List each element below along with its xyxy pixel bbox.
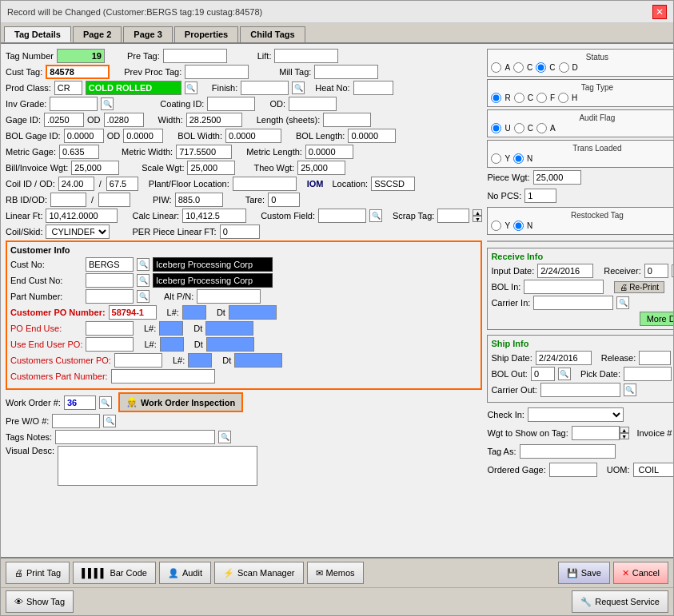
- prod-class-input[interactable]: [54, 81, 82, 95]
- tab-page3[interactable]: Page 3: [123, 26, 172, 42]
- bol-width-input[interactable]: [225, 129, 281, 143]
- carrier-in-search[interactable]: 🔍: [616, 296, 629, 309]
- lift-input[interactable]: [274, 49, 338, 63]
- po-lh-input[interactable]: [182, 305, 206, 320]
- receiver-search[interactable]: 🔍: [672, 264, 673, 277]
- tab-page2[interactable]: Page 2: [73, 26, 122, 42]
- od-input[interactable]: [289, 97, 337, 111]
- restocked-radio-y[interactable]: [491, 221, 501, 231]
- custom-field-input[interactable]: [318, 209, 366, 223]
- coil-id-input[interactable]: [58, 177, 94, 191]
- barcode-button[interactable]: ▌▌▌▌ Bar Code: [73, 562, 156, 584]
- gage-id-input[interactable]: [44, 113, 84, 127]
- trans-radio-y[interactable]: [491, 153, 501, 164]
- tab-child-tags[interactable]: Child Tags: [240, 26, 305, 42]
- status-radio-a[interactable]: [491, 62, 501, 73]
- mill-tag-input[interactable]: [314, 65, 378, 79]
- end-cust-input[interactable]: [86, 273, 134, 288]
- bol-length-input[interactable]: [348, 129, 396, 143]
- more-details-button[interactable]: More Details: [640, 312, 673, 326]
- cust-name-input[interactable]: [153, 257, 273, 272]
- metric-gage-input[interactable]: [59, 145, 99, 159]
- tag-type-radio-h[interactable]: [558, 93, 568, 103]
- pick-date-input[interactable]: [624, 367, 672, 381]
- input-date-input[interactable]: [537, 264, 593, 278]
- rb-od-input[interactable]: [98, 193, 130, 207]
- inv-grade-search[interactable]: 🔍: [101, 97, 114, 110]
- cust-no-search[interactable]: 🔍: [137, 258, 150, 271]
- use-end-dt-input[interactable]: [206, 337, 254, 352]
- customers-part-input[interactable]: [111, 369, 215, 384]
- part-number-input[interactable]: [86, 289, 134, 304]
- wgt-up[interactable]: ▲: [620, 427, 629, 433]
- wgt-show-spinner[interactable]: ▲ ▼: [620, 427, 629, 439]
- tab-properties[interactable]: Properties: [174, 26, 238, 42]
- cust-po-dt-input[interactable]: [234, 353, 282, 368]
- piw-input[interactable]: [175, 193, 223, 207]
- tags-notes-search[interactable]: 🔍: [218, 431, 231, 443]
- cust-no-input[interactable]: [86, 257, 134, 272]
- reprint-button[interactable]: 🖨 Re-Print: [614, 281, 664, 293]
- audit-radio-c[interactable]: [514, 123, 524, 133]
- custom-field-search[interactable]: 🔍: [369, 209, 382, 222]
- trans-radio-n[interactable]: [513, 153, 524, 164]
- bol-gage-input[interactable]: [64, 129, 104, 143]
- use-end-lh-input[interactable]: [160, 337, 184, 352]
- tag-number-input[interactable]: [57, 49, 105, 63]
- work-order-search[interactable]: 🔍: [99, 396, 112, 409]
- ordered-gage-input[interactable]: [549, 463, 597, 477]
- finish-search[interactable]: 🔍: [292, 81, 305, 94]
- save-button[interactable]: 💾 Save: [558, 562, 610, 584]
- part-number-search[interactable]: 🔍: [137, 290, 150, 303]
- po-end-lh-input[interactable]: [159, 321, 183, 336]
- heat-no-input[interactable]: [353, 81, 393, 95]
- status-radio-c2[interactable]: [536, 62, 546, 73]
- po-dt-input[interactable]: [229, 305, 277, 320]
- bol-gage-od-input[interactable]: [123, 129, 163, 143]
- visual-desc-textarea[interactable]: [58, 446, 257, 486]
- plant-floor-input[interactable]: [233, 177, 297, 191]
- check-in-select[interactable]: [528, 407, 624, 422]
- bol-out-search[interactable]: 🔍: [558, 368, 571, 380]
- release-input[interactable]: [639, 351, 671, 365]
- memos-button[interactable]: ✉ Memos: [307, 562, 364, 584]
- prod-class-search[interactable]: 🔍: [185, 81, 197, 94]
- spinner-down[interactable]: ▼: [473, 216, 482, 222]
- status-radio-d[interactable]: [559, 62, 569, 73]
- per-piece-input[interactable]: [220, 225, 260, 239]
- receiver-input[interactable]: [644, 264, 668, 278]
- restocked-radio-n[interactable]: [513, 221, 524, 231]
- tag-type-radio-c[interactable]: [514, 93, 524, 103]
- request-service-button[interactable]: 🔧 Request Service: [572, 590, 668, 613]
- cust-tag-input[interactable]: [46, 65, 110, 79]
- show-tag-button[interactable]: 👁 Show Tag: [6, 590, 74, 613]
- scan-manager-button[interactable]: ⚡ Scan Manager: [214, 562, 304, 584]
- coil-od-input[interactable]: [106, 177, 138, 191]
- metric-length-input[interactable]: [305, 145, 353, 159]
- tab-tag-details[interactable]: Tag Details: [4, 26, 71, 42]
- length-sheets-input[interactable]: [323, 113, 371, 127]
- customer-po-input[interactable]: [109, 305, 157, 320]
- work-order-inspection-btn[interactable]: 👷 Work Order Inspection: [118, 392, 243, 412]
- tag-type-radio-r[interactable]: [491, 93, 501, 103]
- end-cust-name-input[interactable]: [153, 273, 273, 288]
- tag-as-input[interactable]: [520, 444, 616, 459]
- scrap-tag-spinner[interactable]: ▲ ▼: [473, 209, 482, 222]
- close-button[interactable]: ✕: [652, 5, 667, 19]
- po-end-use-input[interactable]: [86, 321, 134, 336]
- carrier-out-search[interactable]: 🔍: [624, 384, 636, 396]
- bol-in-input[interactable]: [524, 280, 604, 294]
- audit-button[interactable]: 👤 Audit: [159, 562, 211, 584]
- coil-skid-select[interactable]: CYLINDER COIL SKID: [46, 225, 110, 239]
- pre-tag-input[interactable]: [163, 49, 227, 63]
- coating-id-input[interactable]: [207, 97, 255, 111]
- customers-po-input[interactable]: [114, 353, 162, 368]
- inv-grade-input[interactable]: [50, 97, 98, 111]
- cust-po-lh-input[interactable]: [188, 353, 212, 368]
- finish-input[interactable]: [241, 81, 289, 95]
- bol-out-input[interactable]: [531, 367, 555, 381]
- theo-wgt-input[interactable]: [297, 161, 345, 175]
- prev-proc-input[interactable]: [185, 65, 249, 79]
- bill-invoice-input[interactable]: [71, 161, 119, 175]
- ship-date-input[interactable]: [536, 351, 592, 365]
